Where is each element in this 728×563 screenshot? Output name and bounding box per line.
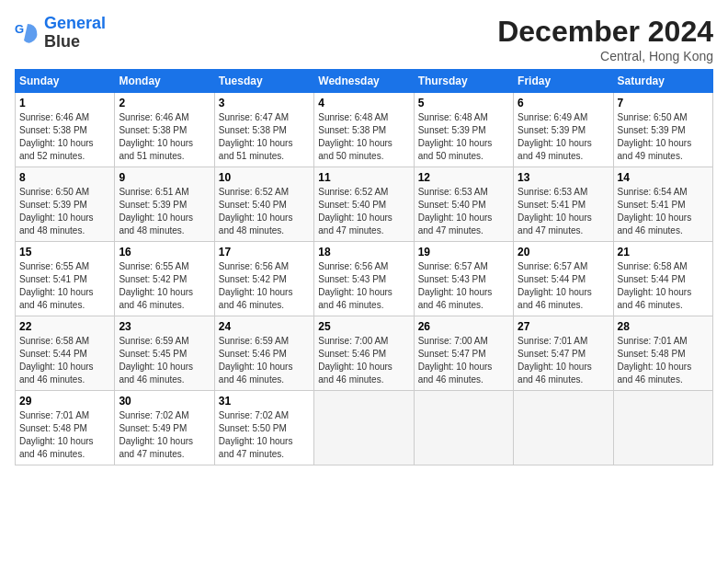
day-number: 12 bbox=[418, 171, 509, 184]
day-info: Sunrise: 7:02 AM Sunset: 5:50 PM Dayligh… bbox=[219, 409, 310, 461]
month-title: December 2024 bbox=[497, 15, 713, 49]
day-info: Sunrise: 6:53 AM Sunset: 5:40 PM Dayligh… bbox=[418, 186, 509, 237]
day-number: 27 bbox=[518, 320, 609, 333]
day-info: Sunrise: 6:51 AM Sunset: 5:39 PM Dayligh… bbox=[119, 186, 210, 237]
day-info: Sunrise: 6:52 AM Sunset: 5:40 PM Dayligh… bbox=[318, 186, 409, 237]
logo: G General Blue bbox=[15, 15, 106, 52]
day-number: 29 bbox=[19, 395, 110, 408]
day-number: 11 bbox=[318, 171, 409, 184]
day-info: Sunrise: 6:50 AM Sunset: 5:39 PM Dayligh… bbox=[618, 111, 709, 163]
day-info: Sunrise: 6:50 AM Sunset: 5:39 PM Dayligh… bbox=[19, 186, 110, 237]
page-header: G General Blue December 2024 Central, Ho… bbox=[15, 15, 713, 63]
day-number: 16 bbox=[119, 246, 210, 259]
calendar-cell: 9Sunrise: 6:51 AM Sunset: 5:39 PM Daylig… bbox=[115, 167, 214, 242]
day-number: 23 bbox=[119, 320, 210, 333]
calendar-cell: 12Sunrise: 6:53 AM Sunset: 5:40 PM Dayli… bbox=[414, 167, 513, 242]
calendar-cell bbox=[514, 391, 613, 465]
calendar-cell: 24Sunrise: 6:59 AM Sunset: 5:46 PM Dayli… bbox=[214, 316, 313, 391]
calendar-week-row: 15Sunrise: 6:55 AM Sunset: 5:41 PM Dayli… bbox=[16, 242, 713, 316]
calendar-cell: 8Sunrise: 6:50 AM Sunset: 5:39 PM Daylig… bbox=[16, 167, 115, 242]
calendar-cell bbox=[613, 391, 712, 465]
header-monday: Monday bbox=[115, 70, 214, 93]
calendar-cell: 27Sunrise: 7:01 AM Sunset: 5:47 PM Dayli… bbox=[514, 316, 613, 391]
day-info: Sunrise: 6:57 AM Sunset: 5:44 PM Dayligh… bbox=[518, 260, 609, 312]
day-info: Sunrise: 7:01 AM Sunset: 5:48 PM Dayligh… bbox=[19, 409, 110, 461]
day-number: 14 bbox=[618, 171, 709, 184]
calendar-cell: 11Sunrise: 6:52 AM Sunset: 5:40 PM Dayli… bbox=[314, 167, 414, 242]
day-info: Sunrise: 6:48 AM Sunset: 5:38 PM Dayligh… bbox=[318, 111, 409, 163]
day-info: Sunrise: 6:55 AM Sunset: 5:42 PM Dayligh… bbox=[119, 260, 210, 312]
day-number: 18 bbox=[318, 246, 409, 259]
calendar-week-row: 29Sunrise: 7:01 AM Sunset: 5:48 PM Dayli… bbox=[16, 391, 713, 465]
calendar-body: 1Sunrise: 6:46 AM Sunset: 5:38 PM Daylig… bbox=[16, 93, 713, 465]
calendar-cell: 15Sunrise: 6:55 AM Sunset: 5:41 PM Dayli… bbox=[16, 242, 115, 316]
calendar-cell bbox=[314, 391, 414, 465]
day-info: Sunrise: 6:47 AM Sunset: 5:38 PM Dayligh… bbox=[219, 111, 310, 163]
day-number: 30 bbox=[119, 395, 210, 408]
day-info: Sunrise: 6:56 AM Sunset: 5:42 PM Dayligh… bbox=[219, 260, 310, 312]
day-info: Sunrise: 6:46 AM Sunset: 5:38 PM Dayligh… bbox=[19, 111, 110, 163]
day-number: 20 bbox=[518, 246, 609, 259]
day-number: 19 bbox=[418, 246, 509, 259]
day-number: 28 bbox=[618, 320, 709, 333]
day-number: 22 bbox=[19, 320, 110, 333]
day-info: Sunrise: 6:59 AM Sunset: 5:46 PM Dayligh… bbox=[219, 335, 310, 386]
day-number: 3 bbox=[219, 97, 310, 109]
day-number: 31 bbox=[219, 395, 310, 408]
day-info: Sunrise: 6:55 AM Sunset: 5:41 PM Dayligh… bbox=[19, 260, 110, 312]
header-saturday: Saturday bbox=[613, 70, 712, 93]
calendar-cell: 29Sunrise: 7:01 AM Sunset: 5:48 PM Dayli… bbox=[16, 391, 115, 465]
calendar-cell: 30Sunrise: 7:02 AM Sunset: 5:49 PM Dayli… bbox=[115, 391, 214, 465]
day-number: 26 bbox=[418, 320, 509, 333]
day-number: 9 bbox=[119, 171, 210, 184]
day-number: 10 bbox=[219, 171, 310, 184]
logo-icon: G bbox=[15, 20, 40, 46]
calendar-week-row: 22Sunrise: 6:58 AM Sunset: 5:44 PM Dayli… bbox=[16, 316, 713, 391]
calendar-cell: 17Sunrise: 6:56 AM Sunset: 5:42 PM Dayli… bbox=[214, 242, 313, 316]
day-info: Sunrise: 7:00 AM Sunset: 5:46 PM Dayligh… bbox=[318, 335, 409, 386]
calendar-cell: 18Sunrise: 6:56 AM Sunset: 5:43 PM Dayli… bbox=[314, 242, 414, 316]
day-info: Sunrise: 6:56 AM Sunset: 5:43 PM Dayligh… bbox=[318, 260, 409, 312]
calendar-cell: 20Sunrise: 6:57 AM Sunset: 5:44 PM Dayli… bbox=[514, 242, 613, 316]
calendar-cell: 16Sunrise: 6:55 AM Sunset: 5:42 PM Dayli… bbox=[115, 242, 214, 316]
day-info: Sunrise: 6:58 AM Sunset: 5:44 PM Dayligh… bbox=[19, 335, 110, 386]
day-number: 5 bbox=[418, 97, 509, 109]
day-number: 2 bbox=[119, 97, 210, 109]
logo-text: General Blue bbox=[44, 15, 106, 52]
day-info: Sunrise: 6:59 AM Sunset: 5:45 PM Dayligh… bbox=[119, 335, 210, 386]
header-friday: Friday bbox=[514, 70, 613, 93]
day-number: 24 bbox=[219, 320, 310, 333]
day-number: 8 bbox=[19, 171, 110, 184]
calendar-table: Sunday Monday Tuesday Wednesday Thursday… bbox=[15, 69, 713, 465]
day-info: Sunrise: 6:49 AM Sunset: 5:39 PM Dayligh… bbox=[518, 111, 609, 163]
day-info: Sunrise: 7:01 AM Sunset: 5:47 PM Dayligh… bbox=[518, 335, 609, 386]
calendar-cell: 2Sunrise: 6:46 AM Sunset: 5:38 PM Daylig… bbox=[115, 93, 214, 167]
header-wednesday: Wednesday bbox=[314, 70, 414, 93]
calendar-cell: 6Sunrise: 6:49 AM Sunset: 5:39 PM Daylig… bbox=[514, 93, 613, 167]
day-info: Sunrise: 6:46 AM Sunset: 5:38 PM Dayligh… bbox=[119, 111, 210, 163]
day-info: Sunrise: 6:48 AM Sunset: 5:39 PM Dayligh… bbox=[418, 111, 509, 163]
day-info: Sunrise: 7:01 AM Sunset: 5:48 PM Dayligh… bbox=[618, 335, 709, 386]
day-number: 17 bbox=[219, 246, 310, 259]
day-info: Sunrise: 6:54 AM Sunset: 5:41 PM Dayligh… bbox=[618, 186, 709, 237]
header-sunday: Sunday bbox=[16, 70, 115, 93]
calendar-week-row: 1Sunrise: 6:46 AM Sunset: 5:38 PM Daylig… bbox=[16, 93, 713, 167]
day-info: Sunrise: 6:52 AM Sunset: 5:40 PM Dayligh… bbox=[219, 186, 310, 237]
day-info: Sunrise: 7:00 AM Sunset: 5:47 PM Dayligh… bbox=[418, 335, 509, 386]
calendar-cell: 4Sunrise: 6:48 AM Sunset: 5:38 PM Daylig… bbox=[314, 93, 414, 167]
calendar-cell: 26Sunrise: 7:00 AM Sunset: 5:47 PM Dayli… bbox=[414, 316, 513, 391]
day-number: 4 bbox=[318, 97, 409, 109]
day-info: Sunrise: 6:57 AM Sunset: 5:43 PM Dayligh… bbox=[418, 260, 509, 312]
calendar-cell: 7Sunrise: 6:50 AM Sunset: 5:39 PM Daylig… bbox=[613, 93, 712, 167]
calendar-cell: 22Sunrise: 6:58 AM Sunset: 5:44 PM Dayli… bbox=[16, 316, 115, 391]
day-number: 7 bbox=[618, 97, 709, 109]
calendar-header: Sunday Monday Tuesday Wednesday Thursday… bbox=[16, 70, 713, 93]
svg-text:G: G bbox=[15, 22, 24, 36]
title-block: December 2024 Central, Hong Kong bbox=[497, 15, 713, 63]
day-number: 15 bbox=[19, 246, 110, 259]
calendar-cell: 5Sunrise: 6:48 AM Sunset: 5:39 PM Daylig… bbox=[414, 93, 513, 167]
calendar-cell: 21Sunrise: 6:58 AM Sunset: 5:44 PM Dayli… bbox=[613, 242, 712, 316]
calendar-cell: 23Sunrise: 6:59 AM Sunset: 5:45 PM Dayli… bbox=[115, 316, 214, 391]
header-row: Sunday Monday Tuesday Wednesday Thursday… bbox=[16, 70, 713, 93]
day-number: 6 bbox=[518, 97, 609, 109]
